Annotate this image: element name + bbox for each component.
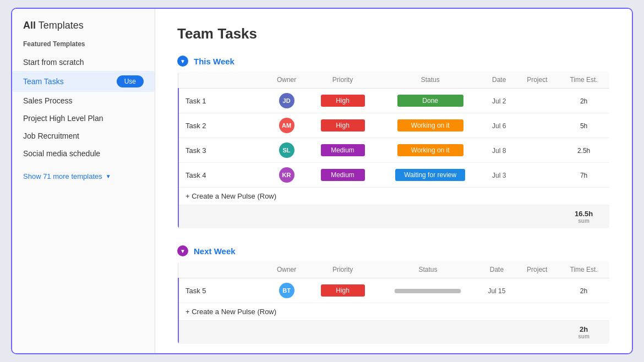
main-content: Team Tasks ▼ This Week Owner Priority St… [155, 9, 632, 353]
this-week-header: ▼ This Week [177, 56, 610, 67]
start-from-scratch[interactable]: Start from scratch [12, 53, 155, 71]
task-time: 2.5h [558, 138, 609, 163]
sidebar-item-job-recruitment[interactable]: Job Recruitment [12, 127, 155, 145]
create-row[interactable]: + Create a New Pulse (Row) [178, 188, 610, 205]
table-row[interactable]: Task 1 JD High Done Jul 2 2h [178, 89, 610, 113]
table-row[interactable]: Task 5 BT High Jul 15 2h [178, 278, 610, 303]
sum-value: 16.5h sum [558, 205, 609, 229]
next-week-table: Owner Priority Status Date Project Time … [177, 261, 610, 344]
task-name: Task 4 [178, 163, 266, 188]
task-date: Jul 3 [482, 163, 516, 188]
sidebar-item-label: Team Tasks [23, 77, 64, 86]
col-status: Status [378, 72, 482, 89]
task-project [516, 163, 559, 188]
task-priority: High [307, 113, 379, 138]
task-name: Task 2 [178, 113, 266, 138]
task-owner: AM [266, 113, 307, 138]
task-status: Waiting for review [378, 163, 482, 188]
task-owner: SL [266, 138, 307, 163]
task-priority: High [307, 278, 379, 303]
col-date: Date [482, 72, 516, 89]
page-title: Team Tasks [177, 25, 610, 42]
create-row[interactable]: + Create a New Pulse (Row) [178, 303, 610, 321]
task-owner: JD [266, 89, 307, 113]
use-button[interactable]: Use [117, 75, 144, 87]
task-project [516, 89, 559, 113]
col-owner: Owner [266, 261, 307, 278]
task-project [516, 138, 559, 163]
task-date: Jul 6 [482, 113, 516, 138]
task-status: Working on it [378, 138, 482, 163]
sidebar-section-label: Featured Templates [12, 40, 155, 53]
task-priority: Medium [307, 163, 379, 188]
sum-row: 16.5h sum [178, 205, 610, 229]
col-owner: Owner [266, 72, 307, 89]
sidebar-item-label: Sales Process [23, 96, 72, 105]
task-name: Task 5 [178, 278, 266, 303]
this-week-section: ▼ This Week Owner Priority Status Date P… [177, 56, 610, 229]
next-week-section: ▼ Next Week Owner Priority Status Date P… [177, 245, 610, 344]
sum-row: 2h sum [178, 321, 610, 344]
create-row-label: + Create a New Pulse (Row) [178, 188, 610, 205]
table-row[interactable]: Task 4 KR Medium Waiting for review Jul … [178, 163, 610, 188]
this-week-title: This Week [194, 57, 234, 66]
task-date: Jul 8 [482, 138, 516, 163]
task-time: 7h [558, 163, 609, 188]
create-row-label: + Create a New Pulse (Row) [178, 303, 610, 321]
sidebar-title: All Templates [12, 20, 155, 40]
col-time-est: Time Est. [558, 72, 609, 89]
sum-value: 2h sum [558, 321, 609, 344]
next-week-header: ▼ Next Week [177, 245, 610, 256]
task-time: 5h [558, 113, 609, 138]
col-status: Status [379, 261, 478, 278]
col-project: Project [516, 72, 559, 89]
this-week-icon: ▼ [177, 56, 188, 67]
col-priority: Priority [307, 261, 379, 278]
chevron-down-icon: ▼ [106, 173, 111, 179]
task-date: Jul 15 [477, 278, 516, 303]
this-week-header-row: Owner Priority Status Date Project Time … [178, 72, 610, 89]
table-row[interactable]: Task 2 AM High Working on it Jul 6 5h [178, 113, 610, 138]
task-priority: High [307, 89, 379, 113]
next-week-header-row: Owner Priority Status Date Project Time … [178, 261, 610, 278]
sidebar-title-all: All [23, 20, 36, 31]
col-name [178, 261, 266, 278]
table-row[interactable]: Task 3 SL Medium Working on it Jul 8 2.5… [178, 138, 610, 163]
task-project [516, 278, 558, 303]
task-project [516, 113, 559, 138]
task-status [379, 278, 478, 303]
sidebar-item-sales-process[interactable]: Sales Process [12, 92, 155, 109]
this-week-table: Owner Priority Status Date Project Time … [177, 71, 610, 229]
next-week-title: Next Week [194, 246, 236, 256]
show-more-templates[interactable]: Show 71 more templates ▼ [12, 167, 155, 186]
task-time: 2h [558, 278, 609, 303]
next-week-icon: ▼ [177, 245, 188, 256]
sidebar-item-label: Job Recruitment [23, 131, 79, 140]
task-status: Working on it [378, 113, 482, 138]
col-priority: Priority [307, 72, 379, 89]
sidebar-item-social-media[interactable]: Social media schedule [12, 145, 155, 162]
app-container: All Templates Featured Templates Start f… [11, 8, 633, 354]
col-time-est: Time Est. [558, 261, 609, 278]
sidebar-item-label: Social media schedule [23, 149, 100, 158]
task-name: Task 3 [178, 138, 266, 163]
sidebar-item-team-tasks[interactable]: Team Tasks Use [12, 71, 155, 92]
task-owner: KR [266, 163, 307, 188]
sidebar-item-label: Project High Level Plan [23, 114, 103, 123]
task-name: Task 1 [178, 89, 266, 113]
col-name [178, 72, 266, 89]
sidebar-item-project-high[interactable]: Project High Level Plan [12, 109, 155, 127]
task-time: 2h [558, 89, 609, 113]
col-date: Date [477, 261, 516, 278]
task-status: Done [378, 89, 482, 113]
task-date: Jul 2 [482, 89, 516, 113]
col-project: Project [516, 261, 558, 278]
task-owner: BT [266, 278, 307, 303]
task-priority: Medium [307, 138, 379, 163]
sidebar: All Templates Featured Templates Start f… [12, 9, 155, 353]
